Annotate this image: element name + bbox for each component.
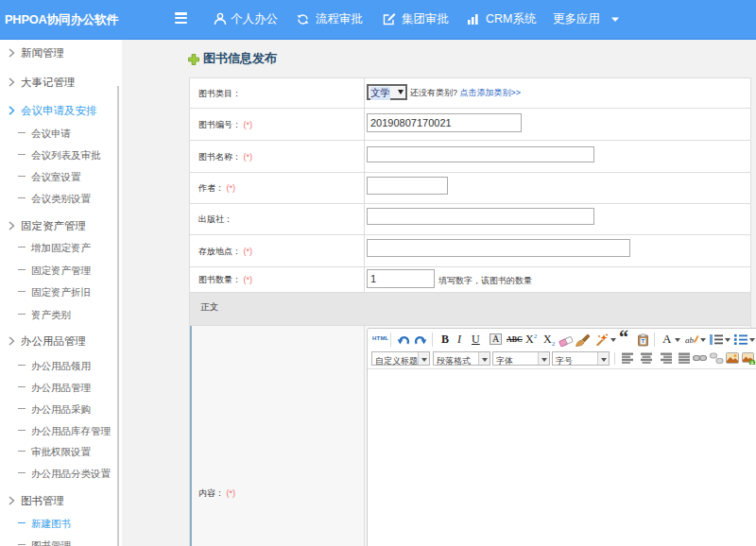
svg-text:T: T	[642, 338, 645, 344]
svg-text:ab: ab	[685, 335, 695, 345]
